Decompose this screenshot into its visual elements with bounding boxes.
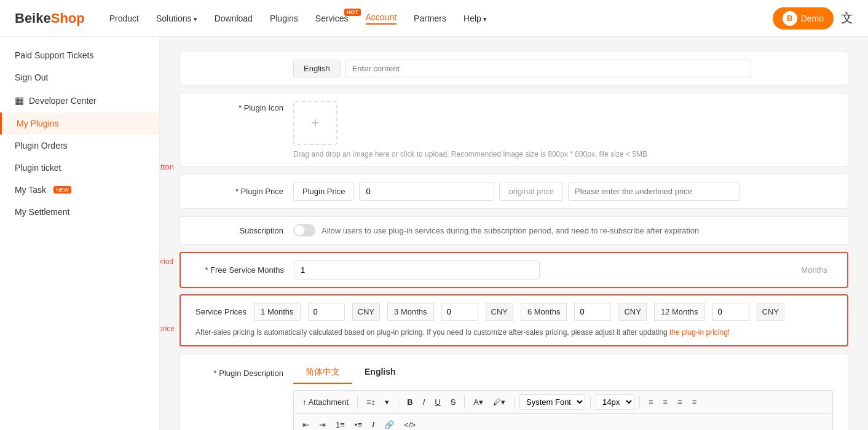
period-1-input[interactable] [308,303,345,321]
logo: BeikeShop [15,10,85,26]
editor-link-btn[interactable]: 🔗 [381,418,398,431]
hot-badge: HOT [344,9,361,16]
free-sub-period-annotation: Set the free subscription period [160,257,173,267]
nav-partners[interactable]: Partners [414,14,446,23]
service-note-2: the plug-in pricing! [669,328,730,337]
main-content: English * Plugin Icon + Drag and drop an… [160,37,868,430]
nav-account[interactable]: Account [366,12,397,25]
language-content-row: English [180,52,848,85]
desc-lang-tabs: 简体中文 English [293,362,408,384]
logo-part2: Shop [51,10,85,26]
logo-part1: Beike [15,10,51,26]
plugin-price-row: Check the [Subscribe] button * Plugin Pr… [180,174,848,209]
icon-hint: Drag and drop an image here or click to … [293,150,647,158]
period-12-currency: CNY [757,303,784,321]
sidebar: Paid Support Tickets Sign Out ▦ Develope… [0,37,160,430]
editor-indent-left-btn[interactable]: ⇤ [299,418,313,431]
period-6-currency: CNY [618,303,646,321]
editor-code-btn[interactable]: </> [400,418,419,431]
header: BeikeShop Product Solutions Download Plu… [0,0,868,37]
months-unit: Months [801,265,832,275]
service-note: After-sales pricing is automatically cal… [195,327,832,338]
subscription-controls: Allow users to use plug-in services duri… [293,224,699,237]
editor-line-height-arrow[interactable]: ▾ [381,396,393,408]
period-1-currency: CNY [352,303,380,321]
new-badge: NEW [53,186,71,194]
editor-align-center-btn[interactable]: ≡ [660,396,672,408]
language-icon[interactable]: 文 [841,10,853,26]
service-prices-label: Service Prices [195,307,247,316]
header-right: B Demo 文 [773,7,853,29]
service-prices-section: Set the subscription price Service Price… [180,294,848,346]
editor-toolbar-row1: ↑ Attachment ≡↕ ▾ B I U S A▾ 🖊▾ System F… [293,390,833,413]
nav-download[interactable]: Download [215,14,253,23]
editor-highlight-btn[interactable]: 🖊▾ [489,396,509,408]
editor-align-left-btn[interactable]: ≡ [645,396,657,408]
editor-line-height-btn[interactable]: ≡↕ [363,396,379,408]
plugin-price-type-btn[interactable]: Plugin Price [293,182,354,201]
nav-help[interactable]: Help [464,14,487,23]
service-prices-controls: Service Prices 1 Months CNY 3 Months CNY… [195,303,832,321]
main-nav: Product Solutions Download Plugins Servi… [109,12,773,25]
free-service-outer: Set the free subscription period * Free … [180,252,848,346]
editor-font-color-btn[interactable]: A▾ [470,396,487,408]
free-service-input[interactable] [294,260,540,280]
editor-strikethrough-btn[interactable]: S [447,396,460,408]
plugin-icon-controls: + Drag and drop an image here or click t… [293,101,647,158]
sidebar-item-my-plugins[interactable]: My Plugins [0,112,159,135]
sub-price-annotation: Set the subscription price [160,324,175,333]
underlined-price-input[interactable] [568,182,740,201]
editor-bold-btn[interactable]: B [403,396,416,408]
divider-6 [639,396,640,408]
desc-tab-english[interactable]: English [352,362,408,384]
plugin-price-label: * Plugin Price [195,187,293,196]
nav-product[interactable]: Product [109,14,139,23]
editor-ordered-list-btn[interactable]: 1≡ [332,418,349,431]
period-3-label: 3 Months [387,303,433,321]
plugin-desc-label: * Plugin Description [195,369,293,378]
editor-align-right-btn[interactable]: ≡ [674,396,686,408]
editor-underline-btn[interactable]: U [431,396,444,408]
plugin-icon-label: * Plugin Icon [195,101,293,112]
content-input[interactable] [345,60,751,77]
desc-tab-chinese[interactable]: 简体中文 [293,362,352,384]
sidebar-item-sign-out[interactable]: Sign Out [0,66,159,88]
lang-tabs: English [293,60,341,77]
plugin-icon-row: * Plugin Icon + Drag and drop an image h… [180,93,848,166]
subscription-description: Allow users to use plug-in services duri… [322,226,699,235]
editor-indent-right-btn[interactable]: ⇥ [315,418,329,431]
demo-button[interactable]: B Demo [773,7,834,29]
period-6-input[interactable] [574,303,611,321]
lang-tab-english[interactable]: English [294,60,340,77]
editor-italic2-btn[interactable]: I [368,418,378,430]
period-12-input[interactable] [712,303,749,321]
editor-wrapper: ↑ Attachment ≡↕ ▾ B I U S A▾ 🖊▾ System F… [293,390,833,430]
period-3-input[interactable] [441,303,478,321]
sidebar-item-my-settlement[interactable]: My Settlement [0,201,159,223]
sidebar-item-my-task[interactable]: My Task NEW [0,179,159,201]
service-note-1: After-sales pricing is automatically cal… [195,328,668,337]
sidebar-item-developer-center[interactable]: ▦ Developer Center [0,88,159,112]
page-wrapper: Paid Support Tickets Sign Out ▦ Develope… [0,37,868,430]
free-service-row: * Free Service Months Months [180,252,848,288]
subscription-toggle[interactable] [293,224,315,237]
nav-solutions[interactable]: Solutions [156,14,197,23]
editor-size-select[interactable]: 14px [596,394,634,410]
free-service-label: * Free Service Months [195,265,294,275]
sidebar-item-plugin-orders[interactable]: Plugin Orders [0,135,159,157]
sidebar-item-paid-support[interactable]: Paid Support Tickets [0,44,159,66]
editor-toolbar-row2: ⇤ ⇥ 1≡ •≡ I 🔗 </> [293,413,833,430]
nav-services[interactable]: Services HOT [315,14,349,23]
editor-unordered-list-btn[interactable]: •≡ [351,418,366,431]
icon-upload-btn[interactable]: + [293,101,337,145]
divider-2 [398,396,398,408]
editor-italic-btn[interactable]: I [419,396,429,408]
demo-avatar: B [783,11,797,26]
editor-font-select[interactable]: System Font [519,394,585,410]
editor-align-justify-btn[interactable]: ≡ [688,396,701,408]
sidebar-item-plugin-ticket[interactable]: Plugin ticket [0,157,159,179]
original-price-btn[interactable]: original price [499,182,563,201]
nav-plugins[interactable]: Plugins [270,14,298,23]
editor-attachment-btn[interactable]: ↑ Attachment [299,396,352,408]
plugin-price-input[interactable] [359,182,494,201]
